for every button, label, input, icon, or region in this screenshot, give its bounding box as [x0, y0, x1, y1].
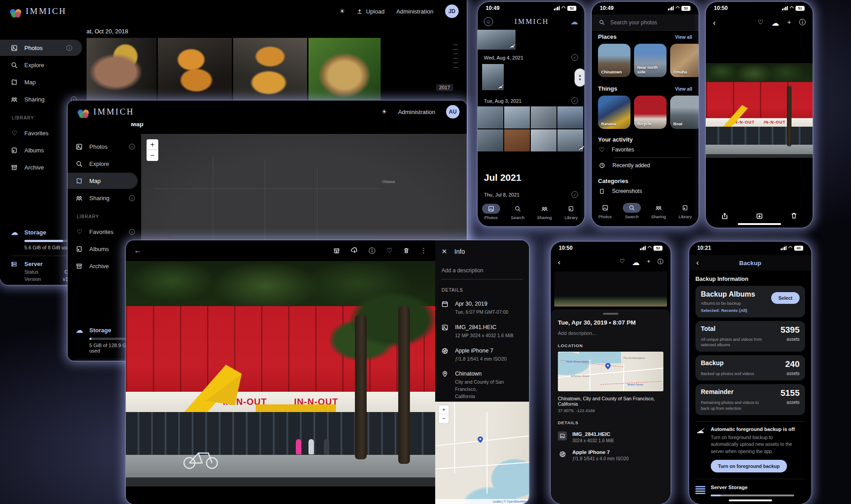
trash-icon[interactable]: [403, 247, 409, 254]
photo-main[interactable]: IN-N-OUTIN-N-OUT: [706, 63, 813, 158]
immich-logo[interactable]: IMMICH: [0, 5, 67, 17]
sidebar-item-photos[interactable]: Photos i: [68, 138, 141, 155]
close-icon[interactable]: ✕: [442, 247, 447, 256]
administration-link[interactable]: Administration: [396, 8, 433, 15]
map-zoom-control[interactable]: + −: [147, 139, 158, 161]
nav-search[interactable]: Search: [506, 204, 529, 220]
thing-card[interactable]: Boat: [670, 96, 699, 129]
select-button[interactable]: Select: [771, 292, 800, 304]
nav-sharing[interactable]: Sharing: [533, 204, 556, 220]
sidebar-item-explore[interactable]: Explore: [68, 156, 141, 172]
plus-icon[interactable]: +: [787, 18, 791, 28]
heart-icon[interactable]: ♡: [386, 247, 392, 255]
photo-thumbnail[interactable]: [531, 106, 557, 128]
info-badge-icon[interactable]: i: [129, 195, 135, 201]
avatar[interactable]: JD: [445, 5, 459, 18]
photo-thumbnail[interactable]: [478, 106, 503, 128]
profile-icon[interactable]: ☺: [484, 17, 493, 26]
location-line: California: [455, 394, 475, 399]
sidebar-item-sharing[interactable]: Sharing i: [68, 190, 141, 206]
photo-thumbnail[interactable]: ☁: [557, 106, 583, 128]
select-check-icon[interactable]: ✓: [571, 191, 578, 198]
upload-button[interactable]: Upload: [357, 8, 384, 15]
download-icon[interactable]: [351, 247, 358, 254]
photo-thumbnail[interactable]: ☁: [482, 64, 504, 90]
back-chevron-icon[interactable]: ‹: [558, 258, 561, 267]
nav-library[interactable]: Library: [673, 203, 697, 219]
back-chevron-icon[interactable]: ‹: [713, 18, 716, 27]
upload-cloud-icon[interactable]: ☁↑: [772, 18, 779, 28]
zoom-out-button[interactable]: −: [439, 414, 449, 423]
view-all-link[interactable]: View all: [675, 34, 692, 40]
photo-thumbnail[interactable]: [233, 38, 307, 100]
administration-link[interactable]: Administration: [398, 109, 435, 115]
activity-recently-added[interactable]: Recently added: [592, 159, 699, 172]
photo-thumbnail[interactable]: ☁: [504, 106, 530, 128]
photo-thumbnail[interactable]: ☁: [478, 30, 515, 50]
search-input[interactable]: Search your photos: [592, 14, 699, 31]
sidebar-item-map[interactable]: Map: [0, 74, 87, 90]
timeline-scrubber[interactable]: [451, 41, 460, 68]
info-badge-icon[interactable]: i: [129, 144, 135, 150]
theme-toggle-icon[interactable]: ☀: [339, 7, 345, 15]
photo-thumbnail[interactable]: ☁: [504, 129, 530, 151]
backup-cloud-icon[interactable]: ☁↑: [570, 17, 578, 27]
info-icon[interactable]: ⓘ: [799, 18, 805, 28]
sidebar-item-explore[interactable]: Explore: [0, 57, 87, 73]
archive-icon[interactable]: [333, 247, 340, 254]
photo-thumbnail[interactable]: [478, 129, 503, 151]
activity-favorites[interactable]: ♡ Favorites: [592, 143, 699, 156]
category-screenshots[interactable]: Screenshots: [592, 184, 699, 198]
info-badge-icon[interactable]: i: [66, 45, 72, 51]
location-map[interactable]: Hyde Street Harbor The Embarcadero Jeffe…: [558, 352, 663, 391]
place-card[interactable]: Near north side: [634, 44, 667, 77]
thing-card[interactable]: Banana: [598, 96, 630, 129]
photo-thumbnail[interactable]: [531, 129, 557, 151]
select-check-icon[interactable]: ✓: [571, 54, 578, 61]
photo-thumbnail[interactable]: [158, 38, 232, 100]
sidebar-item-favorites[interactable]: ♡ Favorites i: [68, 224, 141, 240]
trash-icon[interactable]: [791, 212, 797, 220]
heart-icon[interactable]: ♡: [620, 258, 625, 267]
sidebar-item-map[interactable]: Map: [68, 173, 138, 189]
view-all-link[interactable]: View all: [675, 86, 692, 92]
nav-library[interactable]: Library: [559, 204, 583, 220]
nav-photos[interactable]: Photos: [479, 204, 503, 220]
upload-cloud-icon[interactable]: ☁↑: [632, 258, 639, 267]
photo-thumbnail[interactable]: [308, 38, 381, 100]
zoom-out-button[interactable]: −: [147, 150, 158, 161]
more-options-icon[interactable]: ⋮: [420, 247, 427, 255]
description-input[interactable]: Add a description: [442, 267, 523, 279]
turn-on-foreground-backup-button[interactable]: Turn on foreground backup: [711, 460, 787, 472]
map-attribution[interactable]: Leaflet | © OpenStreetMap: [435, 499, 529, 504]
archive-icon[interactable]: [756, 212, 763, 220]
info-badge-icon[interactable]: i: [129, 229, 135, 235]
place-card[interactable]: Omaha: [670, 44, 699, 77]
share-icon[interactable]: [721, 212, 728, 220]
minimap-zoom-control[interactable]: + −: [439, 405, 449, 423]
plus-icon[interactable]: +: [647, 258, 650, 267]
place-card[interactable]: Chinatown: [598, 44, 630, 77]
info-minimap[interactable]: + − Leaflet | © OpenStreetMap: [435, 402, 529, 504]
nav-search[interactable]: Search: [620, 203, 644, 219]
nav-photos[interactable]: Photos: [593, 203, 617, 219]
thing-card[interactable]: Bicycle: [634, 96, 667, 129]
immich-logo[interactable]: IMMICH: [68, 106, 134, 118]
avatar[interactable]: AU: [446, 105, 460, 119]
select-check-icon[interactable]: ✓: [571, 97, 578, 104]
heart-icon[interactable]: ♡: [758, 18, 764, 28]
theme-toggle-icon[interactable]: ☀: [381, 108, 387, 116]
nav-sharing[interactable]: Sharing: [647, 203, 670, 219]
zoom-in-button[interactable]: +: [147, 139, 158, 150]
photo-thumbnail[interactable]: ☁: [557, 129, 583, 151]
photo-thumbnail[interactable]: [83, 38, 156, 100]
timeline-scrubber-handle[interactable]: ▲▼: [575, 69, 584, 87]
info-icon[interactable]: ⓘ: [369, 247, 376, 255]
info-icon[interactable]: ⓘ: [658, 258, 663, 267]
description-input[interactable]: Add description...: [551, 326, 671, 336]
photo-peek[interactable]: [554, 271, 667, 307]
zoom-in-button[interactable]: +: [439, 405, 449, 414]
photo-main[interactable]: IN-N-OUT IN-N-OUT: [126, 261, 435, 486]
sidebar-item-photos[interactable]: Photos i: [0, 40, 82, 56]
back-arrow-icon[interactable]: ←: [126, 246, 142, 255]
